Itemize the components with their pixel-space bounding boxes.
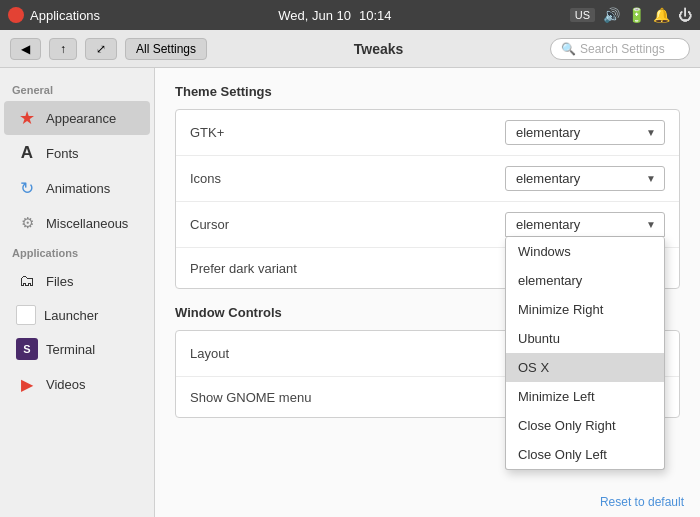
videos-icon: ▶ bbox=[16, 373, 38, 395]
icons-row: Icons elementary ▼ bbox=[176, 156, 679, 202]
icons-value: elementary bbox=[516, 171, 580, 186]
top-bar: Applications Wed, Jun 10 10:14 US 🔊 🔋 🔔 … bbox=[0, 0, 700, 30]
terminal-icon: S bbox=[16, 338, 38, 360]
files-icon: 🗂 bbox=[16, 270, 38, 292]
sidebar: General ★ Appearance A Fonts ↻ Animation… bbox=[0, 68, 155, 517]
fonts-label: Fonts bbox=[46, 146, 79, 161]
back-icon: ◀ bbox=[21, 42, 30, 56]
cursor-dropdown-menu: Windows elementary Minimize Right Ubuntu… bbox=[505, 237, 665, 470]
theme-settings-title: Theme Settings bbox=[175, 84, 680, 99]
misc-icon: ⚙ bbox=[16, 212, 38, 234]
top-bar-right: US 🔊 🔋 🔔 ⏻ bbox=[570, 7, 692, 23]
sidebar-item-files[interactable]: 🗂 Files bbox=[4, 264, 150, 298]
volume-icon[interactable]: 🔊 bbox=[603, 7, 620, 23]
date-display: Wed, Jun 10 bbox=[278, 8, 351, 23]
sidebar-item-animations[interactable]: ↻ Animations bbox=[4, 171, 150, 205]
applications-section-label: Applications bbox=[0, 241, 154, 263]
gtk-label: GTK+ bbox=[190, 125, 505, 140]
cursor-row: Cursor elementary ▼ Windows elementary M… bbox=[176, 202, 679, 248]
all-settings-label: All Settings bbox=[136, 42, 196, 56]
cursor-dropdown-arrow: ▼ bbox=[646, 219, 656, 230]
apps-label[interactable]: Applications bbox=[30, 8, 100, 23]
locale-display: US bbox=[570, 8, 595, 22]
gnome-menu-label: Show GNOME menu bbox=[190, 390, 505, 405]
notification-icon[interactable]: 🔔 bbox=[653, 7, 670, 23]
launcher-label: Launcher bbox=[44, 308, 98, 323]
gtk-dropdown[interactable]: elementary ▼ bbox=[505, 120, 665, 145]
prefer-dark-label: Prefer dark variant bbox=[190, 261, 505, 276]
icons-label: Icons bbox=[190, 171, 505, 186]
sidebar-item-miscellaneous[interactable]: ⚙ Miscellaneous bbox=[4, 206, 150, 240]
gtk-row: GTK+ elementary ▼ bbox=[176, 110, 679, 156]
reset-link[interactable]: Reset to default bbox=[600, 495, 684, 509]
option-close-only-right[interactable]: Close Only Right bbox=[506, 411, 664, 440]
sidebar-item-terminal[interactable]: S Terminal bbox=[4, 332, 150, 366]
animations-icon: ↻ bbox=[16, 177, 38, 199]
cursor-dropdown[interactable]: elementary ▼ bbox=[505, 212, 665, 237]
power-icon[interactable]: ⏻ bbox=[678, 7, 692, 23]
sidebar-item-launcher[interactable]: Launcher bbox=[4, 299, 150, 331]
search-placeholder: Search Settings bbox=[580, 42, 665, 56]
top-bar-left: Applications bbox=[8, 7, 100, 23]
cursor-value: elementary bbox=[516, 217, 580, 232]
launcher-icon bbox=[16, 305, 36, 325]
up-icon: ↑ bbox=[60, 42, 66, 56]
cursor-label: Cursor bbox=[190, 217, 505, 232]
time-display: 10:14 bbox=[359, 8, 392, 23]
layout-label: Layout bbox=[190, 346, 505, 361]
animations-label: Animations bbox=[46, 181, 110, 196]
top-bar-center: Wed, Jun 10 10:14 bbox=[278, 8, 391, 23]
misc-label: Miscellaneous bbox=[46, 216, 128, 231]
option-minimize-right[interactable]: Minimize Right bbox=[506, 295, 664, 324]
gtk-control: elementary ▼ bbox=[505, 120, 665, 145]
appearance-label: Appearance bbox=[46, 111, 116, 126]
option-minimize-left[interactable]: Minimize Left bbox=[506, 382, 664, 411]
content-area: Theme Settings GTK+ elementary ▼ Icons e… bbox=[155, 68, 700, 517]
sidebar-item-videos[interactable]: ▶ Videos bbox=[4, 367, 150, 401]
fonts-icon: A bbox=[16, 142, 38, 164]
general-section-label: General bbox=[0, 78, 154, 100]
icons-control: elementary ▼ bbox=[505, 166, 665, 191]
icons-dropdown[interactable]: elementary ▼ bbox=[505, 166, 665, 191]
battery-icon: 🔋 bbox=[628, 7, 645, 23]
videos-label: Videos bbox=[46, 377, 86, 392]
search-box[interactable]: 🔍 Search Settings bbox=[550, 38, 690, 60]
sidebar-item-appearance[interactable]: ★ Appearance bbox=[4, 101, 150, 135]
main-layout: General ★ Appearance A Fonts ↻ Animation… bbox=[0, 68, 700, 517]
up-button[interactable]: ↑ bbox=[49, 38, 77, 60]
icons-dropdown-arrow: ▼ bbox=[646, 173, 656, 184]
option-elementary[interactable]: elementary bbox=[506, 266, 664, 295]
terminal-label: Terminal bbox=[46, 342, 95, 357]
expand-icon: ⤢ bbox=[96, 42, 106, 56]
option-osx[interactable]: OS X bbox=[506, 353, 664, 382]
search-icon: 🔍 bbox=[561, 42, 576, 56]
toolbar-title: Tweaks bbox=[215, 41, 542, 57]
all-settings-button[interactable]: All Settings bbox=[125, 38, 207, 60]
apps-icon bbox=[8, 7, 24, 23]
toolbar: ◀ ↑ ⤢ All Settings Tweaks 🔍 Search Setti… bbox=[0, 30, 700, 68]
appearance-icon: ★ bbox=[16, 107, 38, 129]
cursor-control: elementary ▼ Windows elementary Minimize… bbox=[505, 212, 665, 237]
gtk-dropdown-arrow: ▼ bbox=[646, 127, 656, 138]
option-close-only-left[interactable]: Close Only Left bbox=[506, 440, 664, 469]
expand-button[interactable]: ⤢ bbox=[85, 38, 117, 60]
files-label: Files bbox=[46, 274, 73, 289]
gtk-value: elementary bbox=[516, 125, 580, 140]
back-button[interactable]: ◀ bbox=[10, 38, 41, 60]
option-ubuntu[interactable]: Ubuntu bbox=[506, 324, 664, 353]
theme-settings-card: GTK+ elementary ▼ Icons elementary ▼ bbox=[175, 109, 680, 289]
sidebar-item-fonts[interactable]: A Fonts bbox=[4, 136, 150, 170]
option-windows[interactable]: Windows bbox=[506, 237, 664, 266]
